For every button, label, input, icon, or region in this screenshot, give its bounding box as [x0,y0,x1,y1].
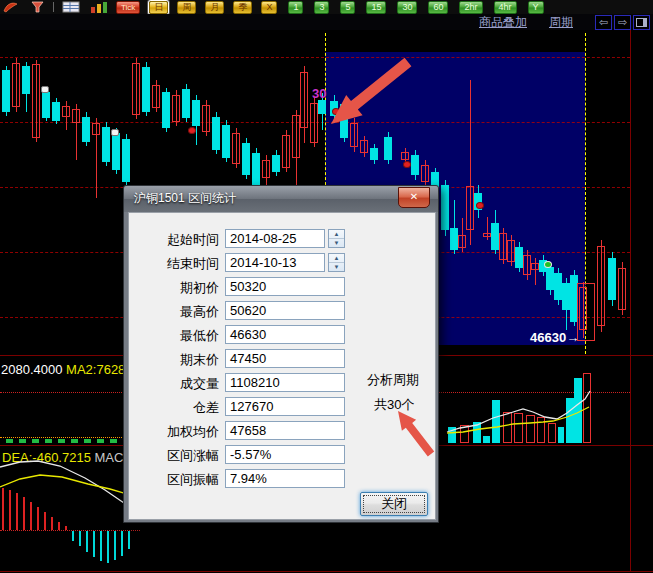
period-button-月[interactable]: 月 [205,1,224,14]
volume-bar [514,413,523,443]
field-input-最高价[interactable]: 50620 [225,301,345,320]
spinner-down-icon[interactable]: ▼ [329,239,344,247]
candlestick [370,148,378,160]
overlay-link[interactable]: 商品叠加 [479,14,527,31]
field-row-区间振幅: 区间振幅7.94% [129,469,435,488]
field-input-起始时间[interactable]: 2014-08-25 [225,229,325,248]
candlestick [554,273,562,300]
candlestick [212,117,220,150]
period-button-60[interactable]: 60 [428,1,448,14]
volume-bar [558,427,564,443]
candlestick [318,100,326,114]
macd-bar-negative [93,531,95,557]
period-button-X[interactable]: X [261,1,277,14]
draw-tool-icon[interactable] [3,1,19,13]
candlestick [132,63,140,115]
candlestick [2,70,10,112]
dialog-close-icon[interactable]: ✕ [398,187,430,208]
macd-bar-negative [72,531,74,541]
field-input-期初价[interactable]: 50320 [225,277,345,296]
candlestick [546,267,554,290]
period-button-2hr[interactable]: 2hr [459,1,482,14]
macd-bar-positive [65,526,67,530]
field-input-仓差[interactable]: 127670 [225,397,345,416]
chart-view-icon[interactable] [90,1,108,13]
candlestick [384,137,392,160]
dialog-body: 起始时间2014-08-25▲▼结束时间2014-10-13▲▼期初价50320… [128,212,436,520]
field-input-期末价[interactable]: 47450 [225,349,345,368]
period-button-Y[interactable]: Y [528,1,544,14]
dialog-titlebar[interactable]: 沪铜1501 区间统计 [124,186,438,212]
field-input-成交量[interactable]: 1108210 [225,373,345,392]
period-button-5[interactable]: 5 [340,1,355,14]
candlestick [242,143,250,175]
candlestick [272,155,280,172]
candlestick [340,104,348,138]
close-button[interactable]: 关闭 [360,492,428,516]
green-signal-marker [544,261,552,268]
period-tick-button[interactable]: Tick [116,1,140,14]
period-button-3[interactable]: 3 [314,1,329,14]
table-view-icon[interactable] [62,1,80,13]
field-label: 区间振幅 [129,471,219,489]
spinner-up-icon[interactable]: ▲ [329,254,344,263]
filter-funnel-icon[interactable] [31,1,44,13]
volume-bar [460,425,469,443]
period-button-30[interactable]: 30 [397,1,417,14]
candlestick [458,235,466,248]
spinner-down-icon[interactable]: ▼ [329,263,344,271]
candlestick [32,64,40,138]
period-link[interactable]: 周期 [549,14,573,31]
spinner-up-icon[interactable]: ▲ [329,230,344,239]
field-row-加权均价: 加权均价47658 [129,421,435,440]
period-button-季[interactable]: 季 [233,1,252,14]
field-input-结束时间[interactable]: 2014-10-13 [225,253,325,272]
candlestick [597,246,605,326]
selection-count-label: 30 [312,86,326,101]
field-input-最低价[interactable]: 46630 [225,325,345,344]
candlestick [523,255,531,275]
range-stats-dialog: 沪铜1501 区间统计 ✕ 起始时间2014-08-25▲▼结束时间2014-1… [123,185,439,523]
left-volume-bar [45,439,52,443]
split-window-icon[interactable] [633,15,650,30]
macd-bar-negative [100,531,102,561]
field-label: 成交量 [129,375,219,393]
period-button-1[interactable]: 1 [288,1,303,14]
date-spinner[interactable]: ▲▼ [328,253,345,272]
candlestick [350,123,358,147]
period-button-日[interactable]: 日 [149,1,168,14]
count-note: 共30个 [374,396,414,414]
field-row-最高价: 最高价50620 [129,301,435,320]
field-label: 最低价 [129,327,219,345]
trading-app-window: Tick 日周月季X 1351530602hr4hrY 商品叠加 周期 ⇦ ⇨ … [0,0,653,573]
field-input-区间涨幅[interactable]: -5.57% [225,445,345,464]
volume-value: 2080.4000 [1,362,62,377]
field-row-结束时间: 结束时间2014-10-13▲▼ [129,253,435,272]
period-button-15[interactable]: 15 [366,1,386,14]
candlestick [507,240,515,262]
period-button-4hr[interactable]: 4hr [494,1,517,14]
macd-bar-negative [128,531,130,549]
nav-back-icon[interactable]: ⇦ [595,15,612,30]
candlestick [202,105,210,132]
candlestick [466,186,474,230]
candlestick [162,92,170,128]
field-input-加权均价[interactable]: 47658 [225,421,345,440]
axis-divider [630,30,631,571]
field-row-期末价: 期末价47450 [129,349,435,368]
candlestick [411,155,419,175]
macd-dif-line [0,461,124,503]
date-spinner[interactable]: ▲▼ [328,229,345,248]
candlestick [282,135,290,168]
candlestick [401,152,409,160]
analysis-period-note: 分析周期 [367,371,419,389]
macd-bar-negative [107,531,109,563]
nav-forward-icon[interactable]: ⇨ [614,15,631,30]
volume-bar [492,400,500,443]
candlestick [22,66,30,94]
field-label: 仓差 [129,399,219,417]
candlestick [562,283,570,310]
period-button-周[interactable]: 周 [177,1,196,14]
field-input-区间振幅[interactable]: 7.94% [225,469,345,488]
left-volume-ma [0,437,124,438]
